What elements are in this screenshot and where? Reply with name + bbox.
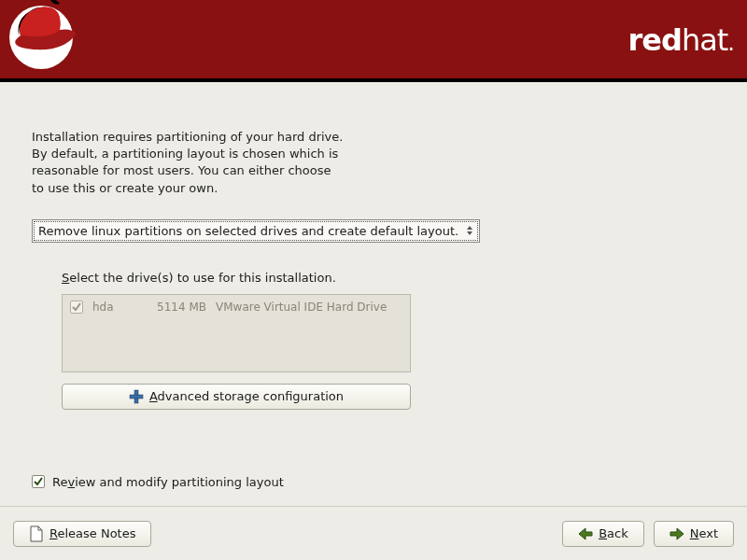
brand-wordmark: redhat. xyxy=(628,22,734,58)
back-button[interactable]: Back xyxy=(562,521,644,547)
drive-list[interactable]: hda 5114 MB VMware Virtual IDE Hard Driv… xyxy=(62,294,411,372)
drive-name: hda xyxy=(92,301,134,314)
intro-text: Installation requires partitioning of yo… xyxy=(32,129,715,197)
header-bar: redhat. xyxy=(0,0,747,82)
brand-light: hat xyxy=(682,22,727,58)
partition-scheme-value: Remove linux partitions on selected driv… xyxy=(38,224,466,238)
main-content: Installation requires partitioning of yo… xyxy=(0,82,747,489)
footer-bar: Release Notes Back Next xyxy=(0,506,747,560)
arrow-left-icon xyxy=(578,527,593,540)
brand-logo xyxy=(9,6,73,69)
next-button[interactable]: Next xyxy=(654,521,734,547)
release-notes-button[interactable]: Release Notes xyxy=(13,521,151,547)
review-checkbox[interactable] xyxy=(32,475,45,488)
drive-desc: VMware Virtual IDE Hard Drive xyxy=(216,301,387,314)
advanced-storage-button[interactable]: Advanced storage configuration xyxy=(62,384,411,410)
drive-row[interactable]: hda 5114 MB VMware Virtual IDE Hard Driv… xyxy=(70,301,402,314)
drive-checkbox[interactable] xyxy=(70,301,83,314)
drive-select-label: Select the drive(s) to use for this inst… xyxy=(62,271,715,285)
plus-icon xyxy=(129,389,144,404)
review-label: Review and modify partitioning layout xyxy=(52,475,284,489)
review-checkbox-row[interactable]: Review and modify partitioning layout xyxy=(32,475,715,489)
partition-scheme-select[interactable]: Remove linux partitions on selected driv… xyxy=(32,219,480,243)
svg-rect-1 xyxy=(130,395,143,399)
document-icon xyxy=(29,525,44,542)
dropdown-arrows-icon xyxy=(466,225,473,236)
drive-size: 5114 MB xyxy=(143,301,206,314)
arrow-right-icon xyxy=(669,527,684,540)
brand-bold: red xyxy=(628,22,682,58)
